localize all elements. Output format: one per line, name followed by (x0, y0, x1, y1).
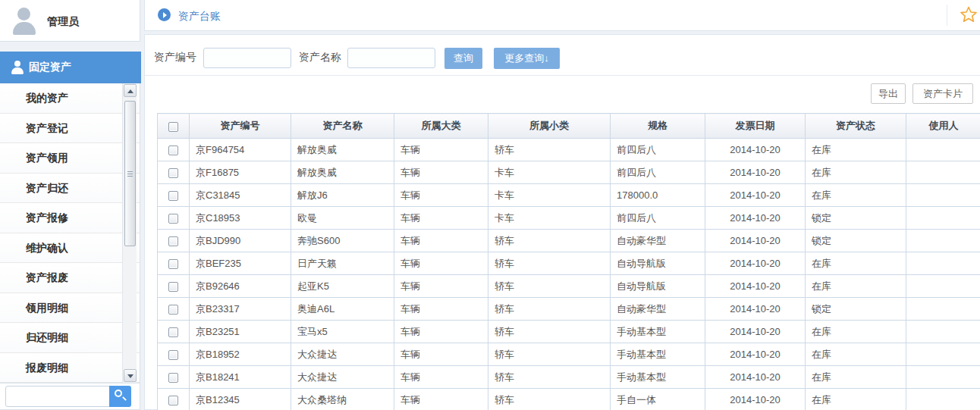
row-checkbox[interactable] (168, 373, 178, 383)
row-checkbox-cell (158, 161, 190, 184)
table-cell: 宝马x5 (291, 321, 394, 343)
table-cell: 欧曼 (291, 207, 394, 230)
query-button[interactable]: 查询 (444, 48, 482, 69)
column-header: 资产状态 (806, 114, 906, 139)
table-cell: 2014-10-20 (705, 366, 806, 389)
asset-card-button[interactable]: 资产卡片 (912, 83, 973, 104)
table-cell: 2014-10-20 (705, 184, 806, 207)
table-header-row: 资产编号资产名称所属大类所属小类规格发票日期资产状态使用人 (158, 114, 980, 139)
table-cell: 2014-10-20 (705, 161, 806, 184)
table-cell: 前四后八 (611, 207, 705, 230)
row-checkbox-cell (158, 252, 190, 275)
more-query-button[interactable]: 更多查询↓ (494, 48, 560, 69)
table-cell: 起亚K5 (291, 275, 394, 298)
select-all-checkbox[interactable] (168, 122, 178, 132)
table-cell: 车辆 (394, 161, 488, 184)
table-cell: 2014-10-20 (705, 389, 806, 410)
row-checkbox[interactable] (168, 214, 178, 224)
table-cell: 手动基本型 (611, 321, 705, 343)
row-checkbox[interactable] (168, 259, 178, 269)
table-cell: 车辆 (394, 139, 488, 161)
sidebar-item[interactable]: 资产归还 (0, 174, 140, 204)
table-cell: 京C18953 (190, 207, 291, 230)
column-header: 资产名称 (291, 114, 394, 139)
table-row: 京B18241大众捷达车辆轿车手动基本型2014-10-20在库 (158, 366, 980, 389)
table-cell: 大众桑塔纳 (291, 389, 394, 410)
section-title: 固定资产 (29, 61, 71, 74)
table-cell: 2014-10-20 (705, 343, 806, 366)
table-cell: 自动豪华型 (611, 230, 705, 252)
table-cell: 在库 (806, 343, 906, 366)
table-cell: 车辆 (394, 275, 488, 298)
export-button[interactable]: 导出 (871, 83, 906, 104)
table-row: 京B92646起亚K5车辆轿车自动导航版2014-10-20在库 (158, 275, 980, 298)
table-body: 京F964754解放奥威车辆轿车前四后八2014-10-20在库京F16875解… (158, 139, 980, 410)
sidebar-section-fixed-assets[interactable]: 固定资产 (0, 52, 141, 83)
sidebar-item[interactable]: 我的资产 (0, 83, 140, 114)
table-row: 京B23317奥迪A6L车辆轿车自动豪华型2014-10-20锁定 (158, 298, 980, 321)
table-cell: 自动导航版 (611, 275, 705, 298)
scrollbar-thumb[interactable] (124, 101, 136, 246)
sidebar-item[interactable]: 资产登记 (0, 114, 140, 144)
sidebar-item[interactable]: 报废明细 (0, 353, 140, 383)
table-cell: 解放奥威 (291, 139, 394, 161)
sidebar-item[interactable]: 资产报修 (0, 203, 140, 233)
magnifier-icon (115, 390, 122, 397)
scroll-up-icon[interactable] (124, 84, 137, 97)
table-cell (906, 298, 980, 321)
table-cell: 2014-10-20 (705, 321, 806, 343)
table-cell (906, 321, 980, 343)
favorite-star-icon[interactable] (960, 5, 978, 23)
table-cell: 在库 (806, 366, 906, 389)
sidebar-item[interactable]: 归还明细 (0, 323, 140, 353)
sidebar-scrollbar[interactable] (122, 83, 137, 383)
table-cell: 在库 (806, 161, 906, 184)
row-checkbox[interactable] (168, 396, 178, 405)
row-checkbox[interactable] (168, 327, 178, 337)
table-cell: 2014-10-20 (705, 252, 806, 275)
table-cell: 车辆 (394, 366, 488, 389)
row-checkbox[interactable] (168, 236, 178, 246)
table-row: 京C31845解放J6车辆卡车178000.02014-10-20在库 (158, 184, 980, 207)
row-checkbox[interactable] (168, 305, 178, 315)
table-cell: 卡车 (488, 207, 611, 230)
column-header: 规格 (611, 114, 705, 139)
table-cell: 手动基本型 (611, 343, 705, 366)
table-cell: 京C31845 (190, 184, 291, 207)
filter-separator (145, 75, 980, 76)
select-all-cell (158, 114, 190, 139)
row-checkbox[interactable] (168, 282, 178, 292)
asset-name-input[interactable] (347, 48, 435, 68)
row-checkbox[interactable] (168, 191, 178, 201)
sidebar-item[interactable]: 资产领用 (0, 143, 140, 174)
table-cell: 京B23317 (190, 298, 291, 321)
table-cell: 解放J6 (291, 184, 394, 207)
scroll-down-icon[interactable] (124, 369, 137, 382)
header-divider (947, 5, 947, 26)
row-checkbox[interactable] (168, 350, 178, 360)
table-cell: 前四后八 (611, 139, 705, 161)
row-checkbox[interactable] (168, 146, 178, 155)
table-cell: 手自一体 (611, 389, 705, 410)
column-header: 发票日期 (705, 114, 806, 139)
column-header: 资产编号 (190, 114, 291, 139)
person-icon (11, 61, 24, 74)
sidebar-search-input[interactable] (5, 386, 110, 407)
table-cell: 在库 (806, 252, 906, 275)
row-checkbox[interactable] (168, 168, 178, 178)
table-cell: 锁定 (806, 298, 906, 321)
sidebar-item[interactable]: 维护确认 (0, 233, 140, 264)
table-cell: 轿车 (488, 275, 611, 298)
sidebar-item[interactable]: 资产报废 (0, 263, 140, 293)
asset-no-input[interactable] (203, 48, 291, 68)
sidebar-search-button[interactable] (109, 386, 131, 407)
sidebar-item[interactable]: 领用明细 (0, 293, 140, 324)
row-checkbox-cell (158, 343, 190, 366)
table-cell: 前四后八 (611, 161, 705, 184)
table-cell: 解放奥威 (291, 161, 394, 184)
table-cell: 京B12345 (190, 389, 291, 410)
table-cell (906, 389, 980, 410)
table-cell: 锁定 (806, 230, 906, 252)
table-cell: 在库 (806, 389, 906, 410)
table-cell: 轿车 (488, 389, 611, 410)
